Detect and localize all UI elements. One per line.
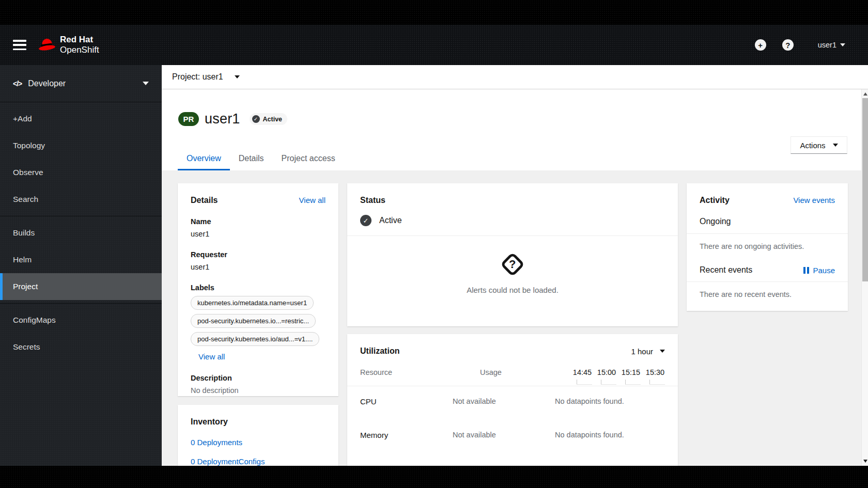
inventory-deploymentconfigs-link[interactable]: 0 DeploymentConfigs xyxy=(191,457,326,466)
redhat-hat-icon xyxy=(39,37,55,53)
chevron-down-icon xyxy=(660,350,665,353)
column-header-resource: Resource xyxy=(360,368,453,376)
activity-card: Activity View events Ongoing There are n… xyxy=(687,183,848,311)
sidebar-item-helm[interactable]: Helm xyxy=(0,246,162,273)
details-card-title: Details xyxy=(191,196,218,205)
recent-events-heading: Recent events xyxy=(700,265,752,275)
page-header: PR user1 ✓ Active Actions Overview Detai… xyxy=(162,89,868,170)
field-value-name: user1 xyxy=(191,230,326,238)
tab-bar: Overview Details Project access xyxy=(178,149,344,170)
ongoing-heading: Ongoing xyxy=(700,217,835,226)
sidebar-item-observe[interactable]: Observe xyxy=(0,159,162,186)
utilization-card: Utilization 1 hour Resource Usage 14:45 … xyxy=(347,334,678,466)
code-icon: </> xyxy=(13,80,22,88)
page-title: user1 xyxy=(205,111,240,127)
check-circle-icon: ✓ xyxy=(360,215,371,226)
duration-select-value: 1 hour xyxy=(631,347,653,356)
unknown-status-icon: ? xyxy=(500,252,525,277)
sidebar-item-builds[interactable]: Builds xyxy=(0,219,162,246)
label-chip[interactable]: kubernetes.io/metadata.name=user1 xyxy=(191,296,314,310)
user-menu-label: user1 xyxy=(818,41,836,49)
pause-icon xyxy=(803,267,809,274)
time-axis: 14:45 15:00 15:15 15:30 xyxy=(572,368,665,376)
field-value-description: No description xyxy=(191,386,326,395)
scrollbar-thumb[interactable] xyxy=(862,98,868,281)
actions-button[interactable]: Actions xyxy=(791,136,847,154)
sidebar-item-project[interactable]: Project xyxy=(0,273,162,300)
time-tick-label: 15:00 xyxy=(597,368,616,376)
tab-project-access[interactable]: Project access xyxy=(273,149,344,170)
sidebar-item-add[interactable]: +Add xyxy=(0,105,162,132)
time-tick-label: 15:30 xyxy=(645,368,665,376)
details-view-all-link[interactable]: View all xyxy=(299,196,326,204)
sidebar-item-search[interactable]: Search xyxy=(0,186,162,213)
sidebar-item-secrets[interactable]: Secrets xyxy=(0,334,162,360)
alerts-empty-message: Alerts could not be loaded. xyxy=(467,286,559,294)
vertical-scrollbar[interactable] xyxy=(861,89,868,466)
redhat-openshift-logo: Red Hat OpenShift xyxy=(39,35,99,55)
sidebar-item-configmaps[interactable]: ConfigMaps xyxy=(0,307,162,334)
status-badge: ✓ Active xyxy=(250,113,288,125)
status-card-title: Status xyxy=(360,196,665,205)
divider xyxy=(347,386,678,386)
sidebar-nav: </> Developer +Add Topology Observe Sear… xyxy=(0,65,162,466)
user-menu[interactable]: user1 xyxy=(818,41,845,49)
add-plus-circle-icon[interactable]: + xyxy=(755,39,766,51)
chevron-down-icon xyxy=(833,144,838,147)
recent-empty-message: There are no recent events. xyxy=(700,282,835,307)
openshift-console: Red Hat OpenShift + ? user1 </> Develope… xyxy=(0,0,868,488)
masthead: Red Hat OpenShift + ? user1 xyxy=(0,25,868,65)
utilization-card-title: Utilization xyxy=(360,347,399,356)
pause-button-label: Pause xyxy=(813,266,835,275)
label-chip[interactable]: pod-security.kubernetes.io/aud...=v1.... xyxy=(191,332,319,346)
perspective-switcher[interactable]: </> Developer xyxy=(0,65,162,102)
inventory-card-title: Inventory xyxy=(191,417,326,427)
field-label-name: Name xyxy=(191,217,326,226)
project-selector[interactable]: Project: user1 xyxy=(172,72,240,82)
status-badge-label: Active xyxy=(263,116,283,123)
field-label-requester: Requester xyxy=(191,250,326,259)
inventory-card: Inventory 0 Deployments 0 DeploymentConf… xyxy=(178,405,338,466)
brand-line1: Red Hat xyxy=(60,35,99,45)
project-selector-bar: Project: user1 xyxy=(162,65,868,89)
time-tick-label: 14:45 xyxy=(572,368,592,376)
hamburger-menu-icon[interactable] xyxy=(13,40,26,50)
time-axis-ticks xyxy=(360,380,665,385)
brand-line2: OpenShift xyxy=(60,45,99,55)
chevron-down-icon xyxy=(143,82,149,85)
labels-view-all-link[interactable]: View all xyxy=(198,352,225,361)
scroll-up-arrow[interactable] xyxy=(862,90,868,98)
actions-button-label: Actions xyxy=(800,141,825,150)
details-card: Details View all Name user1 Requester us… xyxy=(178,183,338,396)
field-label-description: Description xyxy=(191,374,326,382)
status-card: Status ✓ Active ? Alerts could not be lo… xyxy=(347,183,678,326)
ongoing-empty-message: There are no ongoing activities. xyxy=(700,234,835,259)
project-resource-badge: PR xyxy=(178,112,199,126)
column-header-usage: Usage xyxy=(453,368,555,376)
view-events-link[interactable]: View events xyxy=(793,196,835,204)
label-chip[interactable]: pod-security.kubernetes.io...=restric... xyxy=(191,314,316,328)
nav-group-2: Builds Helm Project xyxy=(0,216,162,304)
sidebar-item-topology[interactable]: Topology xyxy=(0,132,162,159)
utilization-row-memory: Memory Not available No datapoints found… xyxy=(360,431,665,439)
activity-card-title: Activity xyxy=(700,196,730,205)
time-tick-label: 15:15 xyxy=(621,368,641,376)
duration-select[interactable]: 1 hour xyxy=(631,347,665,356)
overview-dashboard: Details View all Name user1 Requester us… xyxy=(162,170,868,466)
project-selector-label: Project: user1 xyxy=(172,72,223,82)
utilization-row-cpu: CPU Not available No datapoints found. xyxy=(360,397,665,406)
check-circle-icon: ✓ xyxy=(252,115,260,123)
nav-group-1: +Add Topology Observe Search xyxy=(0,102,162,216)
tab-overview[interactable]: Overview xyxy=(178,149,230,170)
chevron-down-icon xyxy=(840,43,845,46)
tab-details[interactable]: Details xyxy=(230,149,273,170)
chevron-down-icon xyxy=(235,75,240,78)
main-content: Project: user1 PR user1 ✓ Active Actions… xyxy=(162,65,868,466)
inventory-deployments-link[interactable]: 0 Deployments xyxy=(191,438,326,447)
nav-group-3: ConfigMaps Secrets xyxy=(0,304,162,364)
scroll-down-arrow[interactable] xyxy=(862,458,868,465)
perspective-label: Developer xyxy=(28,79,66,88)
field-value-requester: user1 xyxy=(191,263,326,271)
pause-button[interactable]: Pause xyxy=(803,266,835,275)
help-circle-icon[interactable]: ? xyxy=(782,39,794,51)
